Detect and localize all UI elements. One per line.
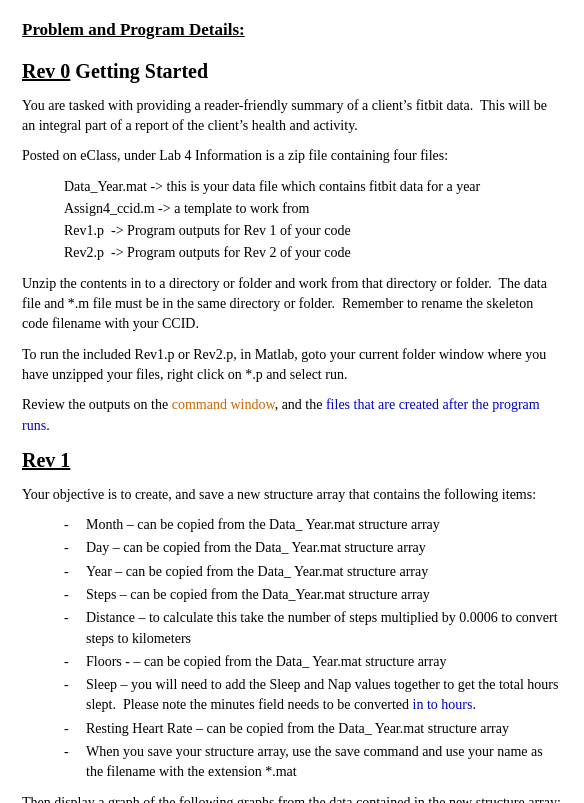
bullet-rhr: - Resting Heart Rate – can be copied fro…	[64, 719, 562, 739]
in-to-hours-highlight: in to hours	[413, 697, 473, 712]
rev1-title: Rev 1	[22, 446, 562, 475]
rev1-bullet-list: - Month – can be copied from the Data_ Y…	[64, 515, 562, 783]
rev0-p3: Unzip the contents in to a directory or …	[22, 274, 562, 335]
file-item-4: Rev2.p -> Program outputs for Rev 2 of y…	[64, 243, 562, 263]
bullet-floors: - Floors - – can be copied from the Data…	[64, 652, 562, 672]
file-item-1: Data_Year.mat -> this is your data file …	[64, 177, 562, 197]
bullet-sleep: - Sleep – you will need to add the Sleep…	[64, 675, 562, 716]
bullet-steps: - Steps – can be copied from the Data_Ye…	[64, 585, 562, 605]
display-intro: Then display a graph of the following gr…	[22, 793, 562, 803]
rev0-num: Rev 0	[22, 60, 70, 82]
bullet-day: - Day – can be copied from the Data_ Yea…	[64, 538, 562, 558]
bullet-save: - When you save your structure array, us…	[64, 742, 562, 783]
command-window-highlight: command window	[172, 397, 275, 412]
file-list: Data_Year.mat -> this is your data file …	[64, 177, 562, 264]
rev0-title-suffix: Getting Started	[75, 60, 208, 82]
rev0-p5: Review the outputs on the command window…	[22, 395, 562, 436]
bullet-month: - Month – can be copied from the Data_ Y…	[64, 515, 562, 535]
main-title: Problem and Program Details:	[22, 18, 562, 43]
files-created-highlight: files that are created after the program…	[22, 397, 540, 432]
rev0-p2: Posted on eClass, under Lab 4 Informatio…	[22, 146, 562, 166]
rev1-intro: Your objective is to create, and save a …	[22, 485, 562, 505]
rev1-num: Rev 1	[22, 449, 70, 471]
rev0-title: Rev 0 Getting Started	[22, 57, 562, 86]
bullet-year: - Year – can be copied from the Data_ Ye…	[64, 562, 562, 582]
bullet-distance: - Distance – to calculate this take the …	[64, 608, 562, 649]
file-item-3: Rev1.p -> Program outputs for Rev 1 of y…	[64, 221, 562, 241]
rev0-p4: To run the included Rev1.p or Rev2.p, in…	[22, 345, 562, 386]
rev0-p1: You are tasked with providing a reader-f…	[22, 96, 562, 137]
file-item-2: Assign4_ccid.m -> a template to work fro…	[64, 199, 562, 219]
